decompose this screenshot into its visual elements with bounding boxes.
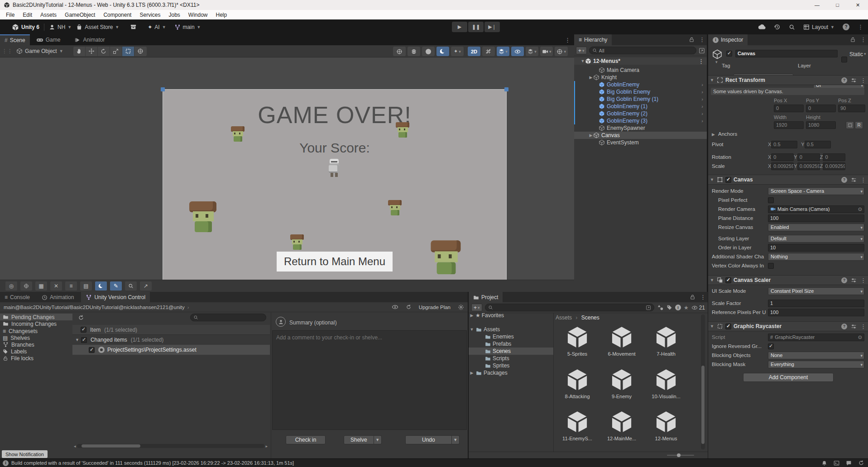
rect-transform-header[interactable]: ▼ Rect Transform ? ⋮ [708, 75, 868, 85]
checkin-comment-textarea[interactable] [272, 330, 467, 430]
hierarchy-item-goblinenemy-2[interactable]: GoblinEnemy (2) › [574, 110, 707, 117]
chat-icon[interactable] [846, 460, 852, 466]
order-in-layer-field[interactable]: 10 [768, 244, 864, 252]
foldout-icon[interactable]: ▼ [710, 78, 715, 82]
lock-icon[interactable] [850, 37, 856, 43]
component-kebab-icon[interactable]: ⋮ [860, 77, 866, 84]
changes-search[interactable] [190, 314, 266, 321]
nav-file-locks[interactable]: File locks [0, 355, 72, 362]
selection-handle[interactable] [504, 87, 508, 91]
package-manager-button[interactable] [130, 24, 137, 30]
scale-y-field[interactable]: 0.009259 [797, 162, 820, 170]
prefab-open-chevron-icon[interactable]: › [701, 82, 703, 87]
prefab-open-chevron-icon[interactable]: › [701, 96, 703, 102]
prefab-open-chevron-icon[interactable]: › [701, 104, 703, 109]
component-kebab-icon[interactable]: ⋮ [860, 176, 866, 183]
undo-button[interactable]: Undo [405, 435, 452, 444]
changed-items-row[interactable]: ▼ Changed items (1/1 selected) [72, 335, 270, 345]
tab-hierarchy[interactable]: ≡ Hierarchy [574, 34, 612, 45]
rotation-y-field[interactable]: 0 [797, 153, 820, 161]
tree-folder-sprites[interactable]: Sprites [469, 362, 553, 369]
search-by-label-icon[interactable] [667, 305, 672, 310]
shelve-button[interactable]: Shelve [344, 435, 374, 444]
gameobject-name-field[interactable]: Canvas [735, 50, 838, 57]
project-kebab-icon[interactable]: ⋮ [700, 294, 706, 300]
hierarchy-add-button[interactable]: +▾ [576, 47, 587, 54]
breadcrumb-scenes[interactable]: Scenes [581, 315, 599, 321]
transform-tool[interactable] [134, 47, 147, 56]
paint-overlay-toggle[interactable]: ✎ [110, 281, 122, 291]
nav-changesets[interactable]: ≡ Changesets [0, 328, 72, 334]
tree-assets[interactable]: ▼ Assets [469, 326, 553, 333]
hierarchy-item-big-goblin-enemy-1[interactable]: Big Goblin Enemy (1) › [574, 95, 707, 103]
active-checkbox[interactable] [726, 51, 732, 57]
asset-8-attacking[interactable]: 8-Attacking [556, 367, 599, 399]
overlay-stack-dropdown[interactable]: ▾ [526, 47, 538, 56]
pause-button[interactable]: ❚❚ [468, 22, 484, 32]
slider-knob[interactable] [677, 453, 681, 457]
export-overlay-toggle[interactable]: ↗ [140, 281, 152, 291]
foldout-icon[interactable]: ▼ [710, 324, 715, 329]
background-tasks-icon[interactable] [858, 460, 864, 466]
tree-folder-scripts[interactable]: Scripts [469, 355, 553, 362]
expander-icon[interactable]: ▼ [75, 338, 79, 342]
vertical-scrollbar[interactable] [701, 315, 705, 449]
scene-layers-dropdown[interactable]: ▾ [497, 47, 509, 56]
component-enabled-checkbox[interactable] [725, 277, 731, 283]
toolbar-kebab-icon[interactable]: ⋮ [858, 24, 863, 30]
gameobject-icon-caret[interactable]: ▾ [715, 60, 718, 64]
expander-icon[interactable]: ▼ [470, 327, 474, 332]
expander-icon[interactable]: ▶ [589, 133, 593, 138]
hierarchy-item-main-camera[interactable]: Main Camera [574, 67, 707, 74]
menu-assets[interactable]: Assets [36, 12, 61, 18]
mode-2d-toggle[interactable]: 2D [468, 47, 480, 56]
hidden-items-toggle[interactable]: 21 [691, 305, 705, 311]
menu-jobs[interactable]: Jobs [164, 12, 184, 18]
horizontal-scrollbar[interactable]: ◂ ▸ [74, 443, 268, 448]
lock-icon[interactable] [690, 294, 695, 300]
play-button[interactable]: ▶ [452, 22, 467, 32]
object-picker-icon[interactable]: ⊙ [858, 334, 862, 340]
pivot-toggle[interactable] [393, 47, 406, 56]
show-notification-button[interactable]: Show Notification [2, 450, 48, 458]
add-component-button[interactable]: Add Component [743, 373, 834, 382]
asset-12-mainmenu[interactable]: 12-MainMe... [600, 410, 643, 441]
select-all-checkbox[interactable] [81, 327, 86, 333]
alert-icon[interactable]: ! [675, 305, 681, 310]
sorting-layer-dropdown[interactable]: Default [768, 235, 864, 243]
menu-services[interactable]: Services [135, 12, 164, 18]
menu-component[interactable]: Component [99, 12, 135, 18]
pixel-perfect-checkbox[interactable] [768, 197, 774, 203]
component-kebab-icon[interactable]: ⋮ [860, 323, 866, 330]
menu-help[interactable]: Help [212, 12, 231, 18]
help-icon[interactable]: ? [841, 277, 847, 283]
reference-ppu-field[interactable]: 100 [768, 309, 864, 316]
asset-12-menus[interactable]: 12-Menus [644, 410, 688, 441]
expander-icon[interactable]: ▼ [580, 59, 585, 63]
hierarchy-item-eventsystem[interactable]: EventSystem [574, 139, 707, 146]
tree-packages[interactable]: ▶ Packages [469, 369, 553, 376]
hierarchy-item-knight[interactable]: ▶ Knight [574, 74, 707, 81]
account-dropdown[interactable]: NH▼ [49, 24, 72, 30]
tab-inspector[interactable]: i Inspector [708, 34, 748, 45]
nav-shelves[interactable]: ▤ Shelves [0, 334, 72, 341]
selection-handle[interactable] [161, 87, 165, 91]
pos-y-field[interactable]: 0 [806, 105, 836, 112]
search-by-type-icon[interactable] [657, 304, 664, 311]
scale-tool[interactable] [110, 47, 122, 56]
asset-6-movement[interactable]: 6-Movement [600, 325, 643, 357]
toolbar-drag-handle[interactable]: ⋮⋮ [2, 48, 13, 54]
watch-icon[interactable] [392, 304, 398, 310]
grid-visibility-toggle[interactable] [482, 47, 495, 56]
hierarchy-item-big-goblin-enemy[interactable]: Big Goblin Enemy › [574, 88, 707, 95]
plane-distance-field[interactable]: 100 [768, 214, 864, 222]
changed-items-checkbox[interactable] [81, 337, 87, 343]
refresh-icon[interactable] [406, 304, 412, 310]
pivot-x-field[interactable]: 0.5 [771, 141, 797, 148]
height-field[interactable]: 1080 [806, 121, 836, 129]
changes-header-row[interactable]: Item (1/1 selected) [72, 325, 270, 335]
rect-tool[interactable] [122, 47, 134, 56]
refresh-icon[interactable] [78, 315, 84, 321]
nav-incoming-changes[interactable]: Incoming Changes [0, 320, 72, 327]
presets-icon[interactable] [851, 77, 857, 83]
